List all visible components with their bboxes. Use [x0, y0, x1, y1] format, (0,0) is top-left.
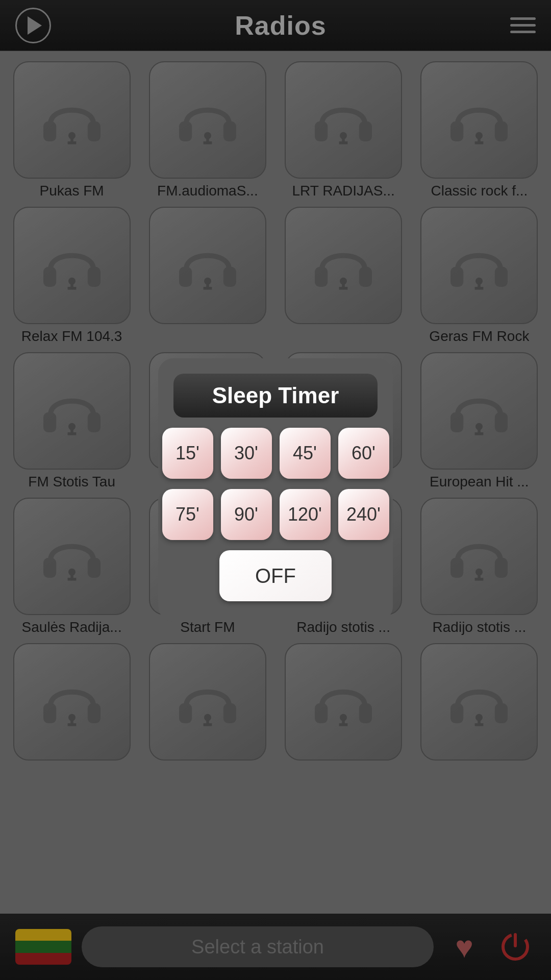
timer-60-button[interactable]: 60' — [338, 428, 389, 479]
modal-overlay[interactable]: Sleep Timer 15' 30' 45' 60' 75' 90' 120'… — [0, 0, 551, 980]
timer-15-button[interactable]: 15' — [162, 428, 213, 479]
timer-row-1: 15' 30' 45' 60' — [162, 428, 389, 479]
timer-row-2: 75' 90' 120' 240' — [162, 489, 389, 540]
sleep-timer-title: Sleep Timer — [212, 383, 339, 408]
timer-row-3: OFF — [219, 550, 332, 601]
sleep-timer-modal: Sleep Timer 15' 30' 45' 60' 75' 90' 120'… — [158, 358, 393, 622]
timer-240-button[interactable]: 240' — [338, 489, 389, 540]
timer-30-button[interactable]: 30' — [221, 428, 272, 479]
timer-120-button[interactable]: 120' — [280, 489, 331, 540]
timer-45-button[interactable]: 45' — [280, 428, 331, 479]
timer-90-button[interactable]: 90' — [221, 489, 272, 540]
timer-75-button[interactable]: 75' — [162, 489, 213, 540]
sleep-timer-title-bar: Sleep Timer — [173, 374, 378, 418]
timer-off-button[interactable]: OFF — [219, 550, 332, 601]
